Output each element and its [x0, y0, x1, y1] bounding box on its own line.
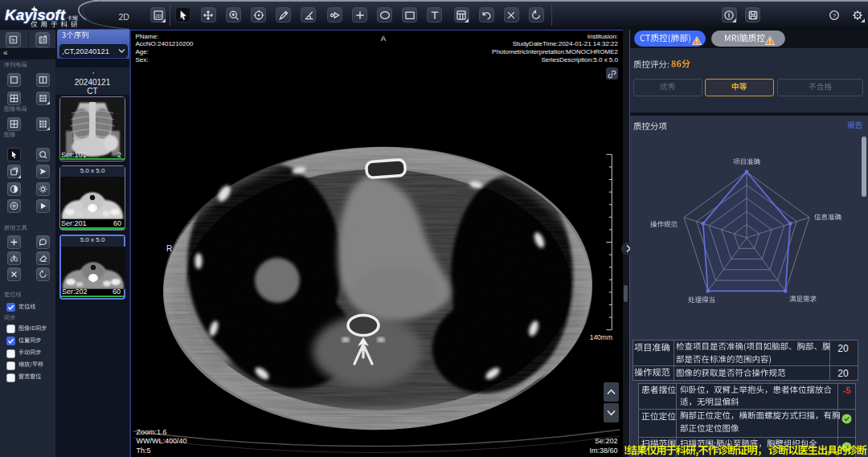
svg-text:?: ?	[832, 11, 835, 18]
